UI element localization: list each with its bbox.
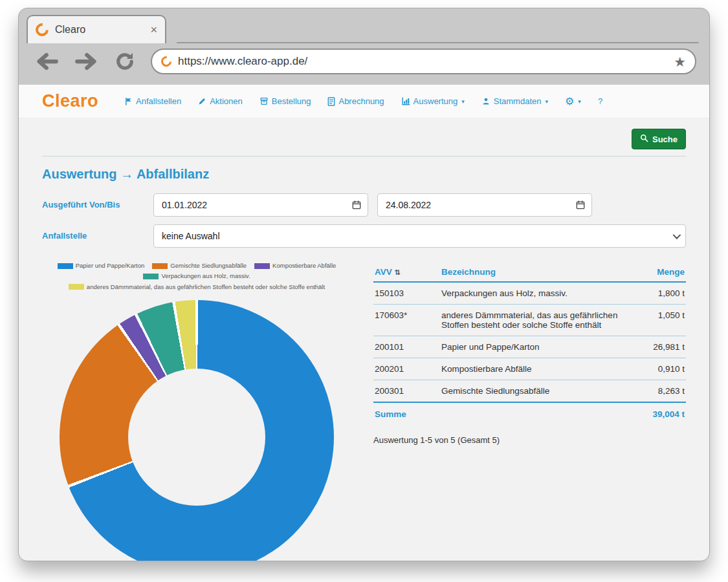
legend-label: anderes Dämmmaterial, das aus gefährlich… bbox=[87, 283, 325, 291]
legend-item: Papier und Pappe/Karton bbox=[58, 262, 145, 270]
site-select[interactable]: keine Auswahl bbox=[153, 224, 686, 248]
cell-avv: 200201 bbox=[375, 364, 436, 374]
table-header-menge: Menge bbox=[628, 267, 685, 277]
date-from-input[interactable] bbox=[162, 200, 346, 210]
table-header-bezeichnung: Bezeichnung bbox=[441, 267, 623, 277]
cell-menge: 26,981 t bbox=[628, 342, 685, 352]
table-row: 200301 Gemischte Siedlungsabfälle 8,263 … bbox=[373, 380, 686, 402]
browser-tab[interactable]: Clearo × bbox=[27, 15, 166, 43]
cell-bezeichnung: Kompostierbare Abfälle bbox=[441, 364, 623, 374]
calendar-icon[interactable] bbox=[352, 200, 361, 210]
back-button[interactable] bbox=[34, 50, 60, 72]
help-icon: ? bbox=[598, 96, 602, 106]
legend-swatch bbox=[254, 263, 270, 269]
table-row: 200201 Kompostierbare Abfälle 0,910 t bbox=[373, 358, 686, 380]
filter-row-period: Ausgeführt Von/Bis bbox=[42, 193, 686, 217]
period-label: Ausgeführt Von/Bis bbox=[42, 193, 153, 210]
sum-total: 39,004 t bbox=[628, 409, 685, 419]
url-text[interactable]: https://www.clearo-app.de/ bbox=[178, 55, 667, 68]
legend-label: Gemischte Siedlungsabfälle bbox=[170, 262, 247, 270]
table-header-row: AVV⇅ Bezeichnung Menge bbox=[373, 263, 686, 283]
legend-swatch bbox=[143, 274, 159, 279]
legend-label: Papier und Pappe/Karton bbox=[76, 262, 145, 270]
legend-item: Kompostierbare Abfälle bbox=[254, 262, 336, 270]
nav-item-help[interactable]: ? bbox=[598, 96, 602, 106]
browser-window: Clearo × https://www.clearo-app.de/ ★ bbox=[18, 8, 710, 561]
table-header-avv[interactable]: AVV⇅ bbox=[375, 267, 436, 277]
action-bar: Suche bbox=[42, 118, 686, 149]
nav-item-bestellung[interactable]: Bestellung bbox=[259, 96, 311, 106]
legend-label: Verpackungen aus Holz, massiv. bbox=[161, 272, 250, 280]
filter-row-site: Anfallstelle keine Auswahl bbox=[42, 224, 686, 248]
page-title: Auswertung → Abfallbilanz bbox=[42, 167, 686, 182]
gear-icon: ⚙ bbox=[565, 96, 574, 107]
chevron-down-icon: ▾ bbox=[461, 98, 465, 105]
date-to-input[interactable] bbox=[386, 200, 569, 210]
search-icon bbox=[640, 134, 648, 144]
bookmark-star-icon[interactable]: ★ bbox=[674, 55, 686, 69]
calendar-icon[interactable] bbox=[576, 200, 585, 210]
results-table: AVV⇅ Bezeichnung Menge 150103 Verpackung… bbox=[373, 263, 686, 561]
site-select-value: keine Auswahl bbox=[162, 231, 663, 241]
nav-item-settings[interactable]: ⚙ ▾ bbox=[565, 96, 581, 107]
flag-icon bbox=[124, 97, 133, 106]
donut-chart[interactable] bbox=[60, 300, 334, 561]
nav-item-aktionen[interactable]: Aktionen bbox=[198, 96, 243, 106]
cell-bezeichnung: anderes Dämmmaterial, das aus gefährlich… bbox=[441, 310, 623, 330]
cell-menge: 8,263 t bbox=[628, 386, 685, 396]
invoice-icon bbox=[327, 97, 335, 106]
table-row: 150103 Verpackungen aus Holz, massiv. 1,… bbox=[373, 283, 686, 305]
legend-item: Verpackungen aus Holz, massiv. bbox=[143, 272, 250, 280]
site-label: Anfallstelle bbox=[42, 224, 153, 241]
reload-button[interactable] bbox=[112, 50, 138, 72]
chart-icon bbox=[401, 97, 410, 105]
pagination-info: Auswertung 1-5 von 5 (Gesamt 5) bbox=[373, 435, 686, 445]
cell-avv: 150103 bbox=[375, 288, 436, 298]
sum-label: Summe bbox=[375, 409, 436, 419]
header-divider bbox=[42, 156, 686, 156]
clearo-logo[interactable]: Clearo bbox=[42, 91, 98, 111]
cell-avv: 200301 bbox=[375, 386, 436, 396]
table-footer-row: Summe 39,004 t bbox=[373, 402, 686, 425]
clearo-c-icon bbox=[159, 54, 174, 69]
nav-item-anfallstellen[interactable]: Anfallstellen bbox=[124, 96, 181, 106]
search-button[interactable]: Suche bbox=[632, 129, 686, 149]
chart-legend: Papier und Pappe/Karton Gemischte Siedlu… bbox=[42, 262, 351, 291]
legend-item: anderes Dämmmaterial, das aus gefährlich… bbox=[69, 283, 325, 291]
date-to-field[interactable] bbox=[377, 193, 592, 217]
app-navbar: Clearo Anfallstellen Aktionen Bestellung… bbox=[19, 85, 709, 118]
chevron-down-icon: ▾ bbox=[578, 98, 581, 105]
legend-swatch bbox=[69, 284, 84, 290]
table-row: 200101 Papier und Pappe/Karton 26,981 t bbox=[373, 336, 686, 358]
cell-bezeichnung: Gemischte Siedlungsabfälle bbox=[441, 386, 623, 396]
clearo-c-icon bbox=[33, 21, 51, 39]
nav-item-stammdaten[interactable]: Stammdaten ▾ bbox=[481, 96, 548, 106]
close-tab-icon[interactable]: × bbox=[150, 23, 157, 37]
browser-tab-bar: Clearo × bbox=[19, 8, 709, 46]
nav-item-auswertung[interactable]: Auswertung ▾ bbox=[401, 96, 465, 106]
users-icon bbox=[481, 97, 491, 105]
forward-button[interactable] bbox=[73, 50, 99, 72]
cell-menge: 0,910 t bbox=[628, 364, 685, 374]
address-bar[interactable]: https://www.clearo-app.de/ ★ bbox=[151, 48, 696, 74]
cell-menge: 1,800 t bbox=[628, 288, 685, 298]
pencil-icon bbox=[198, 97, 206, 105]
legend-item: Gemischte Siedlungsabfälle bbox=[152, 262, 247, 270]
cell-avv: 170603* bbox=[375, 310, 436, 330]
tab-row-divider bbox=[177, 42, 699, 43]
cell-menge: 1,050 t bbox=[628, 310, 685, 320]
date-from-field[interactable] bbox=[153, 193, 368, 217]
chevron-down-icon: ▾ bbox=[545, 98, 548, 105]
legend-swatch bbox=[58, 263, 73, 269]
page-viewport: Clearo Anfallstellen Aktionen Bestellung… bbox=[19, 85, 709, 561]
nav-item-abrechnung[interactable]: Abrechnung bbox=[327, 96, 384, 106]
chart-panel: Papier und Pappe/Karton Gemischte Siedlu… bbox=[42, 262, 351, 561]
cell-avv: 200101 bbox=[375, 342, 436, 352]
results-area: Papier und Pappe/Karton Gemischte Siedlu… bbox=[42, 262, 686, 561]
sort-icon[interactable]: ⇅ bbox=[395, 268, 401, 276]
chevron-down-icon bbox=[673, 233, 679, 239]
browser-toolbar: https://www.clearo-app.de/ ★ bbox=[19, 46, 709, 82]
table-row: 170603* anderes Dämmmaterial, das aus ge… bbox=[373, 305, 686, 336]
legend-label: Kompostierbare Abfälle bbox=[272, 262, 336, 270]
cell-bezeichnung: Papier und Pappe/Karton bbox=[441, 342, 623, 352]
